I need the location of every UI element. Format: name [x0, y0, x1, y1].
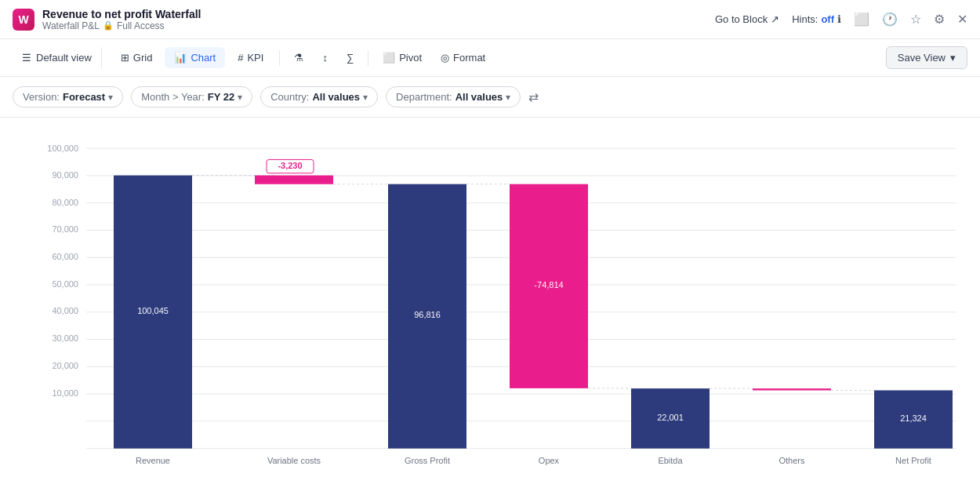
- chevron-down-icon: ▾: [950, 52, 956, 64]
- svg-text:30,000: 30,000: [52, 333, 78, 343]
- svg-text:10,000: 10,000: [52, 388, 78, 398]
- chart-area: 100,000 90,000 80,000 70,000 60,000 50,0…: [0, 118, 980, 477]
- close-icon[interactable]: ✕: [957, 12, 967, 27]
- toolbar: ☰ Default view ⊞ Grid 📊 Chart # KPI ⚗ ↕ …: [0, 39, 980, 77]
- filter-icon: ⚗: [294, 52, 303, 64]
- pivot-icon: ⬜: [383, 52, 395, 64]
- version-filter[interactable]: Version: Forecast ▾: [13, 86, 123, 107]
- waterfall-chart: 100,000 90,000 80,000 70,000 60,000 50,0…: [16, 133, 964, 477]
- toolbar-left: ☰ Default view ⊞ Grid 📊 Chart # KPI ⚗ ↕ …: [13, 47, 493, 68]
- save-icon[interactable]: ⬜: [854, 12, 869, 27]
- svg-text:60,000: 60,000: [52, 252, 78, 261]
- sort-button[interactable]: ↕: [314, 47, 336, 68]
- kpi-tab[interactable]: # KPI: [228, 47, 273, 68]
- svg-text:80,000: 80,000: [52, 198, 78, 207]
- separator2: [368, 50, 368, 66]
- svg-text:40,000: 40,000: [52, 307, 78, 316]
- svg-text:21,324: 21,324: [900, 413, 927, 423]
- lock-icon: 🔒: [103, 20, 114, 31]
- header-left: W Revenue to net profit Waterfall Waterf…: [13, 8, 201, 31]
- settings-icon[interactable]: ⚙: [934, 12, 945, 27]
- grid-tab[interactable]: ⊞ Grid: [111, 47, 162, 68]
- menu-icon: ☰: [22, 52, 31, 64]
- others-bar: [753, 388, 831, 390]
- filters-bar: Version: Forecast ▾ Month > Year: FY 22 …: [0, 77, 980, 118]
- header-right: Go to Block ↗ Hints: off ℹ ⬜ 🕐 ☆ ⚙ ✕: [715, 12, 967, 27]
- title-block: Revenue to net profit Waterfall Waterfal…: [42, 8, 201, 31]
- page-title: Revenue to net profit Waterfall: [42, 8, 201, 20]
- save-view-button[interactable]: Save View ▾: [886, 46, 967, 69]
- country-filter[interactable]: Country: All values ▾: [260, 86, 378, 107]
- star-icon[interactable]: ☆: [910, 12, 921, 27]
- separator: [279, 50, 280, 66]
- kpi-icon: #: [238, 52, 243, 64]
- svg-text:96,816: 96,816: [414, 310, 441, 319]
- history-icon[interactable]: 🕐: [882, 12, 898, 27]
- svg-text:100,045: 100,045: [137, 307, 169, 316]
- chevron-down-icon: ▾: [506, 92, 510, 103]
- format-button[interactable]: ◎ Format: [433, 47, 493, 68]
- chart-icon: 📊: [174, 52, 187, 64]
- svg-text:Revenue: Revenue: [136, 456, 170, 465]
- app-icon: W: [13, 9, 34, 31]
- department-filter[interactable]: Department: All values ▾: [386, 86, 521, 107]
- svg-text:-3,230: -3,230: [278, 161, 302, 170]
- svg-text:Gross Profit: Gross Profit: [405, 456, 450, 465]
- pivot-button[interactable]: ⬜ Pivot: [375, 47, 430, 68]
- variable-costs-bar: [255, 176, 333, 184]
- svg-text:70,000: 70,000: [52, 224, 78, 234]
- svg-text:50,000: 50,000: [52, 279, 78, 289]
- sigma-button[interactable]: ∑: [339, 47, 361, 68]
- svg-text:22,001: 22,001: [657, 413, 684, 422]
- svg-text:Ebitda: Ebitda: [658, 456, 682, 465]
- filter-button[interactable]: ⚗: [286, 47, 311, 68]
- chevron-down-icon: ▾: [108, 92, 113, 103]
- app-header: W Revenue to net profit Waterfall Waterf…: [0, 0, 980, 39]
- swap-icon[interactable]: ⇄: [528, 89, 539, 104]
- sort-icon: ↕: [322, 52, 328, 64]
- svg-text:Opex: Opex: [539, 456, 560, 465]
- svg-text:Net Profit: Net Profit: [895, 456, 931, 465]
- grid-icon: ⊞: [121, 52, 129, 64]
- svg-text:100,000: 100,000: [47, 144, 78, 153]
- svg-text:Others: Others: [779, 456, 805, 465]
- page-subtitle: Waterfall P&L 🔒 Full Access: [42, 20, 201, 31]
- go-to-block-button[interactable]: Go to Block ↗: [715, 13, 779, 25]
- chevron-down-icon: ▾: [363, 92, 368, 103]
- chevron-down-icon: ▾: [238, 92, 242, 103]
- format-icon: ◎: [441, 52, 449, 64]
- toolbar-right: Save View ▾: [886, 46, 967, 69]
- chart-tab[interactable]: 📊 Chart: [165, 47, 225, 68]
- month-year-filter[interactable]: Month > Year: FY 22 ▾: [131, 86, 252, 107]
- hamburger-menu[interactable]: ☰ Default view: [13, 47, 102, 68]
- hints-toggle[interactable]: Hints: off ℹ: [792, 13, 841, 25]
- svg-text:Variable costs: Variable costs: [267, 456, 321, 465]
- svg-text:20,000: 20,000: [52, 362, 78, 371]
- sigma-icon: ∑: [347, 52, 354, 64]
- svg-text:-74,814: -74,814: [534, 280, 563, 289]
- svg-text:90,000: 90,000: [52, 171, 78, 180]
